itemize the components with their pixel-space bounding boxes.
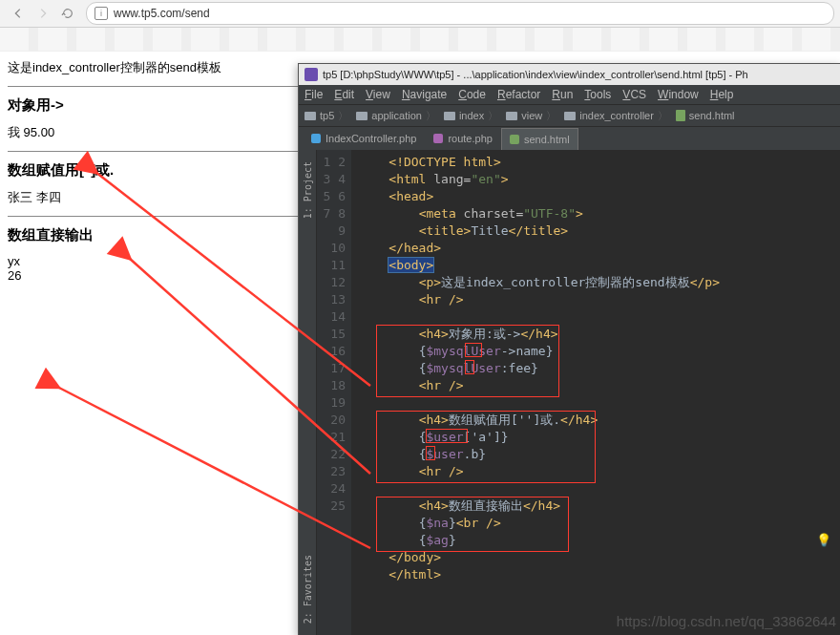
- site-info-icon[interactable]: i: [94, 7, 108, 20]
- tab-send-html[interactable]: send.html: [501, 128, 578, 150]
- watermark-text: https://blog.csdn.net/qq_33862644: [617, 613, 836, 629]
- phpstorm-icon: [304, 68, 318, 81]
- divider: [8, 151, 307, 152]
- forward-button[interactable]: [32, 3, 53, 24]
- rendered-page: 这是index_controller控制器的send模板 对象用-> 我 95.…: [0, 50, 315, 302]
- divider: [8, 86, 307, 87]
- object-output: 我 95.00: [8, 124, 307, 141]
- tab-IndexController-php[interactable]: IndexController.php: [303, 127, 425, 150]
- url-text: www.tp5.com/send: [114, 7, 210, 20]
- tool-window-project[interactable]: 1: Project: [301, 156, 315, 224]
- menu-help[interactable]: Help: [710, 88, 734, 101]
- intention-bulb-icon[interactable]: 💡: [816, 532, 831, 549]
- breadcrumb-tp5[interactable]: tp5〉: [304, 109, 352, 123]
- direct-output-1: yx: [8, 254, 307, 268]
- browser-toolbar: i www.tp5.com/send: [0, 0, 840, 28]
- direct-output-2: 26: [8, 268, 307, 283]
- menu-run[interactable]: Run: [552, 88, 573, 101]
- array-output: 张三 李四: [8, 189, 307, 206]
- section-heading-object: 对象用->: [8, 96, 307, 115]
- back-button[interactable]: [8, 3, 29, 24]
- menu-tools[interactable]: Tools: [584, 88, 611, 101]
- menu-file[interactable]: File: [304, 88, 323, 101]
- ide-titlebar[interactable]: tp5 [D:\phpStudy\WWW\tp5] - ...\applicat…: [299, 64, 840, 85]
- ide-title-text: tp5 [D:\phpStudy\WWW\tp5] - ...\applicat…: [323, 69, 748, 80]
- menu-code[interactable]: Code: [458, 88, 486, 101]
- address-bar[interactable]: i www.tp5.com/send: [86, 2, 834, 25]
- editor-code[interactable]: <!DOCTYPE html> <html lang="en"> <head> …: [351, 150, 840, 635]
- tool-window-favorites[interactable]: 2: Favorites: [301, 549, 315, 629]
- tab-route-php[interactable]: route.php: [425, 127, 500, 150]
- bookmark-bar-placeholder: [0, 28, 840, 52]
- breadcrumb-view[interactable]: view〉: [506, 109, 560, 123]
- ide-tool-strip[interactable]: 1: Project 2: Favorites: [299, 150, 317, 635]
- menu-vcs[interactable]: VCS: [622, 88, 646, 101]
- ide-breadcrumbs[interactable]: tp5〉application〉index〉view〉index_control…: [299, 104, 840, 127]
- breadcrumb-application[interactable]: application〉: [356, 109, 440, 123]
- breadcrumb-index[interactable]: index〉: [444, 109, 502, 123]
- breadcrumb-send-html[interactable]: send.html: [676, 110, 735, 121]
- menu-window[interactable]: Window: [658, 88, 699, 101]
- breadcrumb-index_controller[interactable]: index_controller〉: [564, 109, 672, 123]
- menu-refactor[interactable]: Refactor: [497, 88, 540, 101]
- divider: [8, 216, 307, 217]
- reload-button[interactable]: [57, 3, 78, 24]
- intro-text: 这是index_controller控制器的send模板: [8, 59, 307, 76]
- menu-navigate[interactable]: Navigate: [402, 88, 447, 101]
- code-text[interactable]: <!DOCTYPE html> <html lang="en"> <head> …: [359, 154, 840, 583]
- ide-editor: 1: Project 2: Favorites 1 2 3 4 5 6 7 8 …: [299, 150, 840, 635]
- editor-gutter: 1 2 3 4 5 6 7 8 9 10 11 12 13 14 15 16 1…: [317, 150, 351, 635]
- menu-edit[interactable]: Edit: [334, 88, 354, 101]
- ide-menubar[interactable]: FileEditViewNavigateCodeRefactorRunTools…: [299, 85, 840, 104]
- ide-window: tp5 [D:\phpStudy\WWW\tp5] - ...\applicat…: [298, 63, 840, 635]
- menu-view[interactable]: View: [366, 88, 390, 101]
- section-heading-array: 数组赋值用['']或.: [8, 161, 307, 180]
- section-heading-direct: 数组直接输出: [8, 226, 307, 244]
- ide-editor-tabs: IndexController.phproute.phpsend.html: [299, 127, 840, 150]
